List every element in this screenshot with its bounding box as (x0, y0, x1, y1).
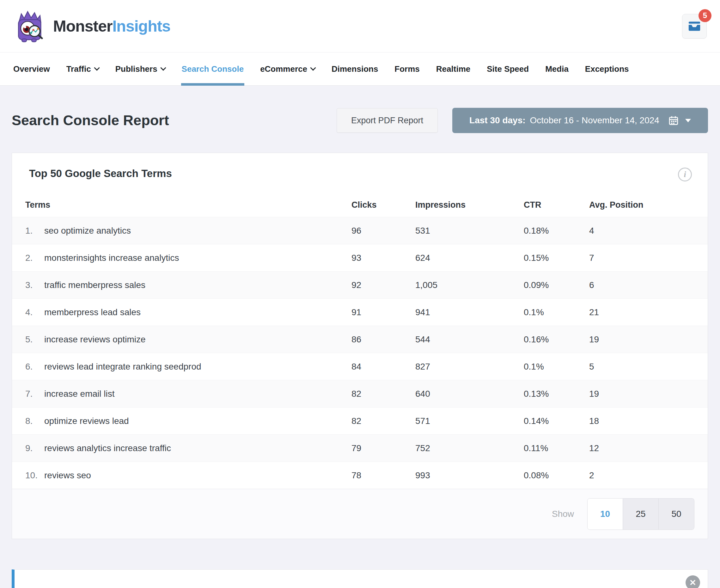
column-header-impressions: Impressions (415, 200, 524, 210)
row-clicks: 86 (352, 334, 415, 344)
table-row: 6. reviews lead integrate ranking seedpr… (12, 353, 708, 380)
page-size-10-button[interactable]: 10 (587, 498, 623, 530)
row-ctr: 0.13% (524, 389, 589, 399)
row-rank: 5. (25, 334, 44, 344)
tab-exceptions[interactable]: Exceptions (577, 52, 637, 85)
row-avg-position: 19 (589, 389, 695, 399)
banner-title: Want to increase your search traffic? (33, 587, 708, 588)
row-clicks: 91 (352, 307, 415, 317)
table-row: 9. reviews analytics increase traffic 79… (12, 434, 708, 462)
row-avg-position: 4 (589, 226, 695, 236)
tab-label: Traffic (66, 64, 91, 74)
page-header: Search Console Report Export PDF Report … (12, 108, 708, 133)
column-header-terms: Terms (25, 200, 352, 210)
row-clicks: 96 (352, 226, 415, 236)
info-icon[interactable]: i (678, 168, 692, 182)
tab-media[interactable]: Media (537, 52, 577, 85)
tab-traffic[interactable]: Traffic (58, 52, 107, 85)
page-size-50-button[interactable]: 50 (659, 498, 694, 530)
table-body: 1. seo optimize analytics 96 531 0.18% 4… (12, 217, 708, 489)
export-pdf-button[interactable]: Export PDF Report (337, 108, 438, 133)
search-traffic-banner: ✕ Want to increase your search traffic? (12, 569, 708, 588)
table-row: 1. seo optimize analytics 96 531 0.18% 4 (12, 217, 708, 244)
show-label: Show (552, 509, 574, 519)
row-avg-position: 19 (589, 334, 695, 344)
tab-site-speed[interactable]: Site Speed (479, 52, 537, 85)
row-clicks: 92 (352, 280, 415, 290)
row-clicks: 78 (352, 470, 415, 481)
row-rank: 1. (25, 226, 44, 236)
card-header: Top 50 Google Search Terms i (12, 153, 708, 182)
row-impressions: 640 (415, 389, 524, 399)
date-range-value: October 16 - November 14, 2024 (530, 115, 659, 126)
row-term: increase reviews optimize (44, 334, 352, 344)
row-impressions: 993 (415, 470, 524, 481)
tab-label: Dimensions (332, 64, 378, 74)
date-range-prefix: Last 30 days: (469, 115, 525, 126)
chevron-down-icon (94, 65, 100, 70)
column-header-ctr: CTR (524, 200, 589, 210)
row-ctr: 0.11% (524, 443, 589, 453)
tab-label: Forms (395, 64, 419, 74)
tab-forms[interactable]: Forms (386, 52, 428, 85)
row-avg-position: 12 (589, 443, 695, 453)
row-avg-position: 2 (589, 470, 695, 481)
column-header-avg-position: Avg. Position (589, 200, 695, 210)
row-clicks: 82 (352, 416, 415, 426)
table-row: 3. traffic memberpress sales 92 1,005 0.… (12, 271, 708, 298)
row-rank: 2. (25, 253, 44, 263)
notifications-inbox-button[interactable]: 5 (682, 14, 707, 39)
row-ctr: 0.1% (524, 362, 589, 372)
search-terms-table: Terms Clicks Impressions CTR Avg. Positi… (12, 193, 708, 489)
table-row: 5. increase reviews optimize 86 544 0.16… (12, 326, 708, 353)
date-range-selector[interactable]: Last 30 days: October 16 - November 14, … (452, 108, 708, 133)
tab-realtime[interactable]: Realtime (428, 52, 479, 85)
row-impressions: 827 (415, 362, 524, 372)
inbox-tray-icon (687, 20, 701, 33)
search-terms-card: Top 50 Google Search Terms i Terms Click… (12, 153, 708, 539)
row-impressions: 752 (415, 443, 524, 453)
row-ctr: 0.16% (524, 334, 589, 344)
tab-publishers[interactable]: Publishers (107, 52, 173, 85)
monsterinsights-app: MonsterInsights 5 Overview Traffic Publi… (0, 0, 720, 588)
table-row: 8. optimize reviews lead 82 571 0.14% 18 (12, 407, 708, 434)
close-icon[interactable]: ✕ (685, 575, 700, 588)
row-term: reviews analytics increase traffic (44, 443, 352, 453)
row-rank: 3. (25, 280, 44, 290)
row-avg-position: 6 (589, 280, 695, 290)
row-rank: 9. (25, 443, 44, 453)
table-row: 2. monsterinsights increase analytics 93… (12, 244, 708, 271)
row-avg-position: 18 (589, 416, 695, 426)
header: MonsterInsights 5 (0, 0, 720, 52)
row-term: memberpress lead sales (44, 307, 352, 317)
row-term: reviews lead integrate ranking seedprod (44, 362, 352, 372)
tab-ecommerce[interactable]: eCommerce (252, 52, 323, 85)
row-ctr: 0.18% (524, 226, 589, 236)
main-content: Search Console Report Export PDF Report … (0, 108, 720, 588)
brand-wordmark-monster: Monster (53, 17, 112, 35)
page-title: Search Console Report (12, 112, 169, 129)
row-rank: 10. (25, 470, 44, 481)
table-header-row: Terms Clicks Impressions CTR Avg. Positi… (12, 193, 708, 217)
tab-dimensions[interactable]: Dimensions (323, 52, 386, 85)
row-avg-position: 21 (589, 307, 695, 317)
tab-label: Search Console (182, 64, 244, 74)
row-term: traffic memberpress sales (44, 280, 352, 290)
notification-count-badge: 5 (699, 9, 712, 22)
row-ctr: 0.1% (524, 307, 589, 317)
tab-overview[interactable]: Overview (5, 52, 58, 85)
row-ctr: 0.14% (524, 416, 589, 426)
card-title: Top 50 Google Search Terms (29, 168, 172, 180)
row-avg-position: 5 (589, 362, 695, 372)
row-rank: 7. (25, 389, 44, 399)
row-impressions: 531 (415, 226, 524, 236)
page-size-25-button[interactable]: 25 (623, 498, 659, 530)
row-impressions: 624 (415, 253, 524, 263)
tab-search-console[interactable]: Search Console (173, 52, 252, 85)
row-term: monsterinsights increase analytics (44, 253, 352, 263)
row-clicks: 79 (352, 443, 415, 453)
table-row: 10. reviews seo 78 993 0.08% 2 (12, 462, 708, 489)
tab-label: Realtime (436, 64, 470, 74)
row-ctr: 0.09% (524, 280, 589, 290)
row-avg-position: 7 (589, 253, 695, 263)
